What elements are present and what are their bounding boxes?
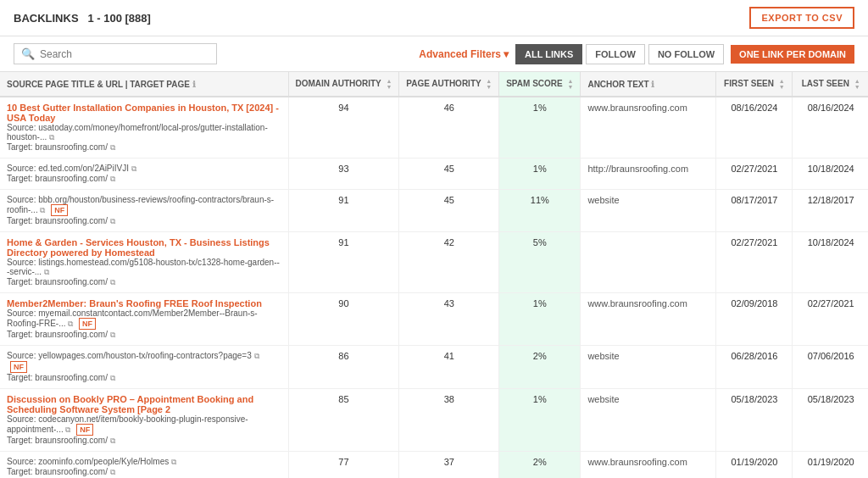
pa-cell: 46 — [399, 97, 499, 158]
last-seen-cell: 01/19/2020 — [793, 452, 868, 479]
first-seen-cell: 02/09/2018 — [716, 293, 793, 346]
page-title-link[interactable]: Member2Member: Braun's Roofing FREE Roof… — [7, 298, 281, 308]
col-source[interactable]: SOURCE PAGE TITLE & URL | TARGET PAGE ℹ — [0, 72, 288, 97]
spam-cell: 5% — [499, 232, 581, 293]
col-anchor-text[interactable]: ANCHOR TEXT ℹ — [581, 72, 716, 97]
table-container: SOURCE PAGE TITLE & URL | TARGET PAGE ℹ … — [0, 72, 868, 478]
source-cell: Home & Garden - Services Houston, TX - B… — [0, 232, 288, 293]
ext-link-icon: ⧉ — [110, 436, 115, 445]
filter-buttons: ALL LINKS FOLLOW NO FOLLOW — [515, 44, 724, 64]
pa-cell: 37 — [399, 452, 499, 479]
nf-badge: NF — [76, 424, 93, 436]
target-url: Target: braunsroofing.com/ ⧉ — [7, 467, 281, 477]
follow-button[interactable]: FOLLOW — [586, 44, 645, 64]
ext-link-icon: ⧉ — [110, 175, 115, 183]
source-url: Source: listings.homestead.com/g5108-hou… — [7, 258, 281, 277]
pa-cell: 38 — [399, 389, 499, 452]
nf-badge: NF — [79, 318, 96, 330]
search-input[interactable] — [40, 48, 209, 60]
first-seen-cell: 06/28/2016 — [716, 346, 793, 389]
table-row: Source: bbb.org/houston/business-reviews… — [0, 190, 868, 232]
source-cell: Source: ed.ted.com/on/2AiPiIVJI ⧉Target:… — [0, 158, 288, 190]
sort-arrows-spam: ▲▼ — [567, 78, 573, 90]
source-cell: Source: yellowpages.com/houston-tx/roofi… — [0, 346, 288, 389]
pa-cell: 45 — [399, 190, 499, 232]
filter-bar: 🔍 Advanced Filters ▾ ALL LINKS FOLLOW NO… — [0, 36, 868, 72]
target-url: Target: braunsroofing.com/ ⧉ — [7, 373, 281, 383]
one-link-per-domain-button[interactable]: ONE LINK PER DOMAIN — [731, 45, 854, 64]
da-cell: 77 — [288, 452, 399, 479]
col-last-seen[interactable]: LAST SEEN ▲▼ — [793, 72, 868, 97]
source-url: Source: bbb.org/houston/business-reviews… — [7, 195, 281, 216]
export-button[interactable]: EXPORT TO CSV — [749, 7, 854, 29]
all-links-button[interactable]: ALL LINKS — [515, 44, 582, 64]
first-seen-cell: 02/27/2021 — [716, 158, 793, 190]
da-cell: 85 — [288, 389, 399, 452]
ext-link-icon: ⧉ — [171, 458, 176, 466]
target-url: Target: braunsroofing.com/ ⧉ — [7, 277, 281, 287]
source-url: Source: ed.ted.com/on/2AiPiIVJI ⧉ — [7, 164, 281, 174]
page-title-link[interactable]: Discussion on Bookly PRO – Appointment B… — [7, 394, 281, 414]
spam-cell: 1% — [499, 293, 581, 346]
anchor-cell: www.braunsroofing.com — [581, 293, 716, 346]
spam-cell: 11% — [499, 190, 581, 232]
col-spam-score[interactable]: SPAM SCORE ▲▼ — [499, 72, 581, 97]
table-row: Member2Member: Braun's Roofing FREE Roof… — [0, 293, 868, 346]
da-cell: 94 — [288, 97, 399, 158]
sort-arrows-first: ▲▼ — [779, 78, 785, 90]
last-seen-cell: 08/16/2024 — [793, 97, 868, 158]
source-cell: Source: bbb.org/houston/business-reviews… — [0, 190, 288, 232]
table-header-row: SOURCE PAGE TITLE & URL | TARGET PAGE ℹ … — [0, 72, 868, 97]
spam-cell: 2% — [499, 346, 581, 389]
sort-arrows-pa: ▲▼ — [486, 78, 492, 90]
table-row: Source: yellowpages.com/houston-tx/roofi… — [0, 346, 868, 389]
table-row: Source: zoominfo.com/people/Kyle/Holmes … — [0, 452, 868, 479]
table-row: Home & Garden - Services Houston, TX - B… — [0, 232, 868, 293]
first-seen-cell: 08/16/2024 — [716, 97, 793, 158]
source-cell: 10 Best Gutter Installation Companies in… — [0, 97, 288, 158]
spam-cell: 2% — [499, 452, 581, 479]
last-seen-cell: 07/06/2016 — [793, 346, 868, 389]
da-cell: 86 — [288, 346, 399, 389]
ext-link-icon: ⧉ — [49, 133, 54, 142]
pa-cell: 41 — [399, 346, 499, 389]
last-seen-cell: 12/18/2017 — [793, 190, 868, 232]
ext-link-icon: ⧉ — [131, 164, 136, 173]
title-text: BACKLINKS — [14, 12, 79, 25]
col-first-seen[interactable]: FIRST SEEN ▲▼ — [716, 72, 793, 97]
ext-link-icon: ⧉ — [110, 468, 115, 476]
advanced-filters-button[interactable]: Advanced Filters ▾ — [419, 48, 509, 60]
anchor-cell: www.braunsroofing.com — [581, 97, 716, 158]
da-cell: 93 — [288, 158, 399, 190]
col-domain-authority[interactable]: DOMAIN AUTHORITY ▲▼ — [288, 72, 399, 97]
pa-cell: 45 — [399, 158, 499, 190]
table-row: 10 Best Gutter Installation Companies in… — [0, 97, 868, 158]
nf-badge: NF — [10, 361, 27, 373]
no-follow-button[interactable]: NO FOLLOW — [648, 44, 724, 64]
page-title-link[interactable]: Home & Garden - Services Houston, TX - B… — [7, 237, 281, 258]
ext-link-icon: ⧉ — [110, 374, 115, 382]
table-row: Discussion on Bookly PRO – Appointment B… — [0, 389, 868, 452]
da-cell: 91 — [288, 232, 399, 293]
anchor-cell: website — [581, 346, 716, 389]
anchor-cell: website — [581, 389, 716, 452]
backlinks-table: SOURCE PAGE TITLE & URL | TARGET PAGE ℹ … — [0, 72, 868, 478]
anchor-cell: www.braunsroofing.com — [581, 452, 716, 479]
ext-link-icon: ⧉ — [68, 320, 73, 328]
page-title-link[interactable]: 10 Best Gutter Installation Companies in… — [7, 103, 281, 123]
ext-link-icon: ⧉ — [44, 268, 49, 276]
da-cell: 90 — [288, 293, 399, 346]
last-seen-cell: 10/18/2024 — [793, 158, 868, 190]
first-seen-cell: 08/17/2017 — [716, 190, 793, 232]
table-body: 10 Best Gutter Installation Companies in… — [0, 97, 868, 478]
target-url: Target: braunsroofing.com/ ⧉ — [7, 436, 281, 446]
ext-link-icon: ⧉ — [110, 143, 115, 152]
last-seen-cell: 02/27/2021 — [793, 293, 868, 346]
pa-cell: 42 — [399, 232, 499, 293]
search-icon: 🔍 — [21, 47, 35, 60]
ext-link-icon: ⧉ — [110, 278, 115, 286]
source-url: Source: myemail.constantcontact.com/Memb… — [7, 308, 281, 330]
anchor-cell: http://braunsroofing.com — [581, 158, 716, 190]
ext-link-icon: ⧉ — [254, 352, 259, 360]
col-page-authority[interactable]: PAGE AUTHORITY ▲▼ — [399, 72, 499, 97]
